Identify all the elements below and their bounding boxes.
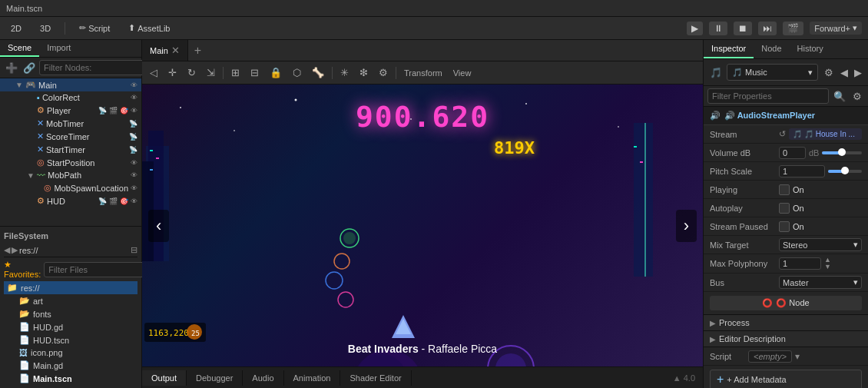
filter-nodes-input[interactable] (39, 60, 154, 75)
svg-rect-19 (634, 123, 653, 277)
svg-rect-22 (640, 161, 643, 163)
main-layout: Scene Import ➕ 🔗 🔍 ⚙ ⋮ ▼ 🎮 Main 👁 (0, 40, 868, 388)
stream-reset-icon[interactable]: ↺ (779, 129, 786, 139)
renderer-label[interactable]: Forward+ ▾ (810, 22, 862, 35)
tab-close-icon[interactable]: ✕ (171, 45, 180, 56)
rotate-icon[interactable]: ↻ (184, 65, 199, 80)
viewport-next-button[interactable]: › (676, 210, 697, 242)
editor-desc-arrow-icon: ▶ (710, 335, 716, 343)
tab-node[interactable]: Node (754, 40, 789, 58)
music-dropdown[interactable]: 🎵 Music ▾ (727, 64, 818, 81)
tree-item-mobtimer[interactable]: ✕ MobTimer 📡 (0, 117, 141, 130)
tab-shader-editor[interactable]: Shader Editor (340, 370, 411, 386)
fs-item-hud-gd[interactable]: 📄 HUD.gd (4, 320, 137, 333)
tab-import[interactable]: Import (39, 40, 78, 57)
title-text: Main.tscn (6, 4, 42, 13)
ins-settings-icon[interactable]: ⚙ (822, 66, 836, 79)
grid-icon[interactable]: ⊟ (247, 65, 262, 80)
tab-animation[interactable]: Animation (284, 370, 341, 386)
fs-item-art[interactable]: 📂 art (4, 294, 137, 307)
scale-icon[interactable]: ⇲ (204, 65, 218, 80)
tree-item-main[interactable]: ▼ 🎮 Main 👁 (0, 78, 141, 91)
svg-point-11 (326, 272, 343, 289)
stream-value[interactable]: 🎵 🎵 House In ... (789, 128, 862, 140)
new-node-icon[interactable]: ➕ (4, 61, 19, 75)
group-icon[interactable]: ⬡ (290, 65, 304, 80)
pitch-slider[interactable] (828, 170, 862, 173)
select-mode-icon[interactable]: ◁ (147, 65, 161, 80)
skeleton-icon[interactable]: 🦴 (309, 65, 327, 80)
process-section-header[interactable]: ▶ Process (704, 315, 868, 331)
bus-dropdown[interactable]: Master ▾ (779, 276, 862, 289)
filesystem-header: FileSystem (4, 230, 137, 244)
add-metadata-button[interactable]: + + Add Metadata (710, 370, 862, 388)
editor-tab-main[interactable]: Main ✕ (142, 40, 188, 61)
inspector-filter-icon[interactable]: 🔍 (831, 90, 848, 103)
inspector-options-icon[interactable]: ⚙ (850, 90, 864, 103)
script-button[interactable]: ✏ Script (75, 22, 114, 35)
tree-item-hud[interactable]: ⚙ HUD 📡 🎬 🎯 👁 (0, 194, 141, 207)
volume-input[interactable] (779, 147, 806, 159)
tab-debugger[interactable]: Debugger (187, 370, 243, 386)
viewport: 900.620 819X (142, 85, 703, 366)
link-icon[interactable]: 🔗 (22, 61, 37, 75)
mix-target-dropdown[interactable]: Stereo ▾ (779, 238, 862, 251)
tab-scene[interactable]: Scene (0, 40, 39, 57)
more-ed-icon-1[interactable]: ✳ (337, 65, 352, 80)
max-polyphony-input[interactable] (779, 257, 821, 270)
fs-item-res[interactable]: 📁 res:// (4, 281, 137, 294)
inspector-filter-input[interactable] (707, 88, 829, 104)
tree-item-mobpath[interactable]: ▼ 〰 MobPath 👁 (0, 169, 141, 181)
stop-button[interactable]: ⏹ (734, 22, 752, 35)
script-value[interactable]: <empty> (748, 350, 792, 363)
fs-item-main-gd[interactable]: 📄 Main.gd (4, 359, 137, 372)
editor-desc-section-header[interactable]: ▶ Editor Description (704, 331, 868, 347)
fs-item-hud-tscn[interactable]: 📄 HUD.tscn (4, 333, 137, 347)
fs-item-icon-png[interactable]: 🖼 icon.png (4, 347, 137, 359)
ins-nav-prev-icon[interactable]: ◀ (838, 66, 850, 79)
inspector-streampaused-row: Stream Paused On (704, 217, 868, 236)
more-ed-icon-3[interactable]: ⚙ (376, 65, 391, 80)
play-button[interactable]: ▶ (687, 22, 703, 35)
tree-item-starttimer[interactable]: ✕ StartTimer 📡 (0, 143, 141, 156)
fs-item-main-tscn[interactable]: 📄 Main.tscn (4, 372, 137, 385)
inspector-panel: Inspector Node History 🎵 🎵 Music ▾ ⚙ ◀ ▶… (703, 40, 868, 388)
ins-nav-next-icon[interactable]: ▶ (852, 66, 864, 79)
snap-icon[interactable]: ⊞ (228, 65, 243, 80)
move-icon[interactable]: ✛ (165, 65, 180, 80)
view-button[interactable]: View (450, 67, 475, 79)
tree-item-player[interactable]: ⚙ Player 📡 🎬 🎯 👁 (0, 104, 141, 117)
tree-item-mobspawnlocation[interactable]: ◎ MobSpawnLocation 👁 (0, 181, 141, 194)
scene-tree: ▼ 🎮 Main 👁 ▪ ColorRect 👁 ⚙ Player (0, 78, 141, 226)
lock-icon[interactable]: 🔒 (267, 65, 285, 80)
step-button[interactable]: ⏭ (758, 22, 777, 35)
tab-output[interactable]: Output (142, 370, 187, 386)
fs-item-fonts[interactable]: 📂 fonts (4, 307, 137, 320)
mode-3d-button[interactable]: 3D (35, 22, 55, 35)
tab-history[interactable]: History (790, 40, 831, 58)
volume-slider[interactable] (822, 151, 862, 154)
node-button[interactable]: ⭕ ⭕ Node (710, 296, 862, 310)
tab-inspector[interactable]: Inspector (704, 40, 754, 58)
stream-paused-checkbox[interactable] (779, 221, 790, 232)
tab-add-button[interactable]: + (188, 44, 207, 58)
pitch-input[interactable] (779, 165, 825, 177)
viewport-prev-button[interactable]: ‹ (148, 210, 169, 242)
mode-2d-button[interactable]: 2D (6, 22, 26, 35)
tree-item-colorrect[interactable]: ▪ ColorRect 👁 (0, 91, 141, 104)
assetlib-button[interactable]: ⬆ AssetLib (124, 22, 174, 35)
transform-button[interactable]: Transform (401, 67, 446, 79)
pause-button[interactable]: ⏸ (709, 22, 727, 35)
script-dropdown-arrow: ▾ (795, 351, 800, 362)
tab-audio[interactable]: Audio (243, 370, 283, 386)
ins-icon-1[interactable]: 🎵 (707, 66, 724, 79)
tree-item-startposition[interactable]: ◎ StartPosition 👁 (0, 156, 141, 169)
movie-button[interactable]: 🎬 (783, 22, 803, 35)
playing-checkbox[interactable] (779, 184, 790, 195)
tree-item-scoretimer[interactable]: ✕ ScoreTimer 📡 (0, 130, 141, 143)
inspector-stream-row: Stream ↺ 🎵 🎵 House In ... (704, 125, 868, 144)
game-background: 900.620 819X (142, 85, 703, 366)
polyphony-down-button[interactable]: ▼ (824, 264, 831, 270)
more-ed-icon-2[interactable]: ❇ (356, 65, 371, 80)
autoplay-checkbox[interactable] (779, 203, 790, 214)
